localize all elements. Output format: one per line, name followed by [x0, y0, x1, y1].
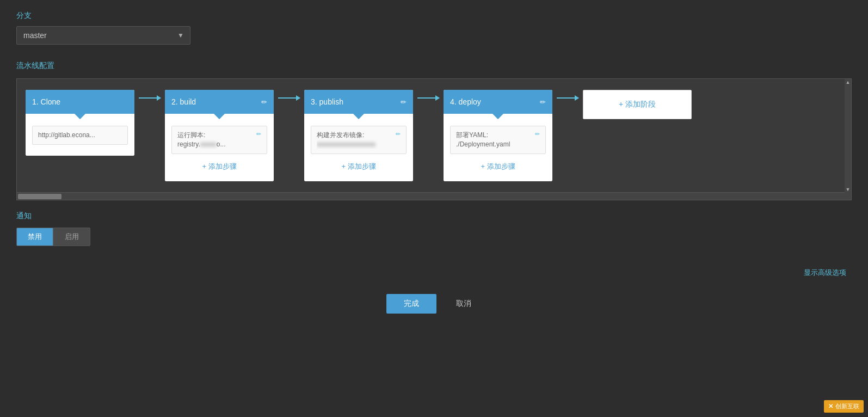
stage-card-publish: 3. publish ✏ 构建并发布镜像: xxxxxxxxxxxxxxxxxx…: [304, 90, 413, 181]
page-container: 分支 master develop release ▼ 流水线配置 1. Clo…: [0, 0, 868, 335]
pipeline-inner-scroll[interactable]: 1. Clone http://gitlab.econa...: [17, 79, 851, 192]
stage-title-build: 2. build: [171, 97, 196, 106]
stage-edit-build[interactable]: ✏: [261, 98, 267, 106]
blurred-registry: xxxxx: [200, 140, 217, 149]
stage-step-deploy-1[interactable]: 部署YAML: ./Deployment.yaml ✏: [450, 126, 546, 154]
watermark: ✕ 创新互联: [824, 400, 864, 413]
stage-header-arrow-build: [214, 114, 225, 119]
stage-body-publish: 构建并发布镜像: xxxxxxxxxxxxxxxxxx ✏ + 添加步骤: [304, 119, 413, 181]
complete-button[interactable]: 完成: [386, 294, 436, 314]
branch-label: 分支: [16, 11, 852, 21]
branch-select[interactable]: master develop release: [16, 26, 190, 45]
stage-step-text-publish-1: 构建并发布镜像: xxxxxxxxxxxxxxxxxx: [317, 131, 393, 149]
add-stage-label: + 添加阶段: [619, 100, 656, 109]
arrow-line-3: [417, 97, 439, 99]
add-step-btn-deploy[interactable]: + 添加步骤: [450, 158, 546, 175]
stage-step-text-clone-1: http://gitlab.econa...: [38, 131, 114, 140]
vert-scroll-up[interactable]: ▲: [845, 80, 851, 85]
pipeline-config-label: 流水线配置: [16, 61, 852, 71]
vert-scrollbar[interactable]: ▲ ▼: [845, 79, 851, 193]
stage-arrow-3: [413, 97, 444, 99]
stage-header-publish: 3. publish ✏: [304, 90, 413, 114]
stage-arrow-1: [134, 97, 165, 99]
pipeline-outer: 1. Clone http://gitlab.econa...: [16, 78, 852, 200]
advanced-options-link[interactable]: 显示高级选项: [16, 268, 852, 278]
stage-body-clone: http://gitlab.econa...: [26, 119, 134, 156]
stage-step-clone-1[interactable]: http://gitlab.econa...: [32, 126, 128, 145]
watermark-icon: ✕: [828, 403, 833, 410]
horizontal-scrollbar[interactable]: [17, 192, 851, 200]
add-step-btn-build[interactable]: + 添加步骤: [171, 158, 267, 175]
vert-scroll-down[interactable]: ▼: [845, 187, 851, 192]
stage-header-arrow-clone: [75, 114, 85, 119]
stage-step-publish-1[interactable]: 构建并发布镜像: xxxxxxxxxxxxxxxxxx ✏: [311, 126, 407, 154]
enable-notification-btn[interactable]: 启用: [53, 228, 90, 246]
disable-notification-btn[interactable]: 禁用: [16, 228, 53, 246]
stage-step-text-build-1: 运行脚本: registry.xxxxxo...: [177, 131, 254, 149]
stage-arrow-2: [274, 97, 304, 99]
watermark-text: 创新互联: [835, 402, 859, 410]
stage-header-arrow-publish: [353, 114, 364, 119]
stage-card-clone: 1. Clone http://gitlab.econa...: [26, 90, 134, 156]
arrow-line-4: [557, 97, 578, 99]
stage-arrow-4: [552, 97, 583, 99]
stage-card-build: 2. build ✏ 运行脚本: registry.xxxxxo... ✏: [165, 90, 274, 181]
stage-edit-deploy[interactable]: ✏: [540, 98, 546, 106]
cancel-button[interactable]: 取消: [445, 294, 482, 314]
stage-step-text-deploy-1: 部署YAML: ./Deployment.yaml: [456, 131, 532, 149]
stage-body-build: 运行脚本: registry.xxxxxo... ✏ + 添加步骤: [165, 119, 274, 181]
notification-label: 通知: [16, 211, 852, 221]
stage-step-edit-deploy-1[interactable]: ✏: [535, 131, 540, 138]
arrow-line-1: [139, 97, 161, 99]
stage-step-edit-publish-1[interactable]: ✏: [396, 131, 401, 138]
stage-title-deploy: 4. deploy: [450, 97, 481, 106]
stage-header-clone: 1. Clone: [26, 90, 134, 114]
pipeline-wrapper: 1. Clone http://gitlab.econa...: [16, 78, 852, 200]
stage-title-publish: 3. publish: [311, 97, 343, 106]
stage-title-clone: 1. Clone: [32, 97, 60, 106]
add-step-btn-publish[interactable]: + 添加步骤: [311, 158, 407, 175]
notification-section: 通知 禁用 启用: [16, 200, 852, 257]
pipeline-stages: 1. Clone http://gitlab.econa...: [26, 90, 842, 181]
arrow-line-2: [278, 97, 300, 99]
stage-header-build: 2. build ✏: [165, 90, 274, 114]
stage-body-deploy: 部署YAML: ./Deployment.yaml ✏ + 添加步骤: [444, 119, 552, 181]
notification-buttons: 禁用 启用: [16, 228, 852, 246]
stage-header-arrow-deploy: [493, 114, 503, 119]
footer-buttons: 完成 取消: [16, 278, 852, 324]
branch-select-wrapper: master develop release ▼: [16, 26, 190, 45]
blurred-publish: xxxxxxxxxxxxxxxxxx: [317, 140, 375, 149]
stage-step-build-1[interactable]: 运行脚本: registry.xxxxxo... ✏: [171, 126, 267, 154]
add-stage-card[interactable]: + 添加阶段: [583, 90, 692, 119]
stage-step-edit-build-1[interactable]: ✏: [256, 131, 261, 138]
scrollbar-thumb: [18, 194, 61, 199]
stage-header-deploy: 4. deploy ✏: [444, 90, 552, 114]
stage-card-deploy: 4. deploy ✏ 部署YAML: ./Deployment.yaml ✏: [444, 90, 552, 181]
stage-edit-publish[interactable]: ✏: [401, 98, 407, 106]
